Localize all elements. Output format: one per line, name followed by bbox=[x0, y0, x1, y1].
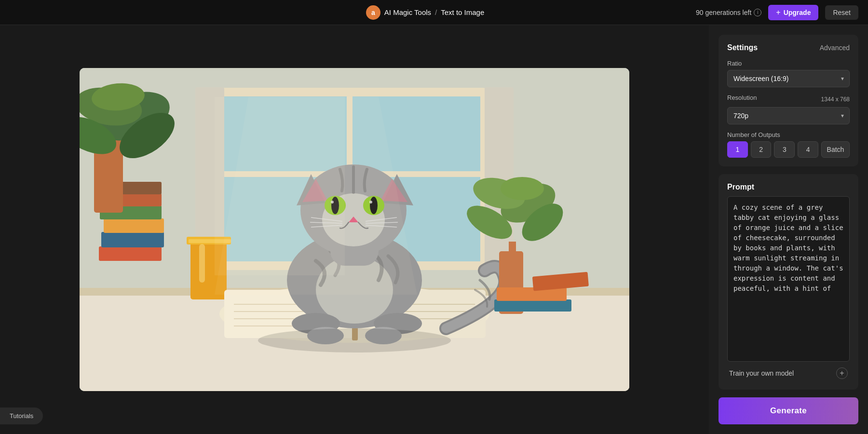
upgrade-plus-icon: + bbox=[776, 8, 780, 17]
resolution-label: Resolution bbox=[727, 94, 757, 101]
output-btn-2[interactable]: 2 bbox=[751, 141, 772, 158]
reset-label: Reset bbox=[833, 9, 851, 16]
resolution-group: Resolution 1344 x 768 720p 1080p 4K bbox=[727, 94, 850, 124]
ratio-select-wrapper: Widescreen (16:9) Square (1:1) Portrait … bbox=[727, 70, 850, 87]
info-icon[interactable]: i bbox=[754, 9, 761, 16]
resolution-text: 1344 x 768 bbox=[821, 96, 850, 103]
topnav-right: 90 generations left i + Upgrade Reset bbox=[696, 5, 858, 20]
main-content: Settings Advanced Ratio Widescreen (16:9… bbox=[0, 25, 868, 434]
svg-rect-10 bbox=[99, 246, 162, 261]
outputs-group: Number of Outputs 1 2 3 4 Batch bbox=[727, 131, 850, 158]
topnav-center: a AI Magic Tools / Text to Image bbox=[366, 5, 484, 20]
prompt-textarea[interactable]: A cozy scene of a grey tabby cat enjoyin… bbox=[727, 196, 850, 362]
topnav: a AI Magic Tools / Text to Image 90 gene… bbox=[0, 0, 868, 25]
cat-scene-svg bbox=[80, 68, 629, 391]
generate-label: Generate bbox=[770, 406, 807, 415]
tutorials-label: Tutorials bbox=[10, 412, 33, 420]
svg-rect-11 bbox=[101, 232, 164, 247]
generations-left-text: 90 generations left bbox=[696, 9, 751, 16]
settings-title: Settings bbox=[727, 43, 758, 52]
output-btn-3[interactable]: 3 bbox=[774, 141, 795, 158]
svg-point-70 bbox=[501, 177, 544, 200]
output-btn-1[interactable]: 1 bbox=[727, 141, 748, 158]
image-area bbox=[0, 25, 709, 434]
settings-panel: Settings Advanced Ratio Widescreen (16:9… bbox=[719, 35, 858, 166]
svg-rect-65 bbox=[509, 242, 516, 252]
image-container bbox=[80, 68, 629, 391]
generated-image bbox=[80, 68, 629, 391]
train-model-text: Train your own model bbox=[729, 369, 794, 377]
outputs-buttons: 1 2 3 4 Batch bbox=[727, 141, 850, 158]
resolution-label-row: Resolution 1344 x 768 bbox=[727, 94, 850, 104]
prompt-title: Prompt bbox=[727, 183, 850, 191]
ratio-select[interactable]: Widescreen (16:9) Square (1:1) Portrait … bbox=[727, 70, 850, 87]
resolution-select-wrapper: 720p 1080p 4K bbox=[727, 107, 850, 124]
breadcrumb-separator: / bbox=[435, 8, 437, 16]
train-model-plus-icon: + bbox=[836, 367, 848, 379]
settings-header: Settings Advanced bbox=[727, 43, 850, 52]
resolution-select[interactable]: 720p 1080p 4K bbox=[727, 107, 850, 124]
breadcrumb: AI Magic Tools / Text to Image bbox=[384, 8, 484, 16]
train-model-row[interactable]: Train your own model + bbox=[727, 362, 850, 381]
generate-button[interactable]: Generate bbox=[719, 397, 858, 424]
output-btn-4[interactable]: 4 bbox=[798, 141, 818, 158]
generations-left-container: 90 generations left i bbox=[696, 9, 761, 16]
upgrade-button[interactable]: + Upgrade bbox=[768, 5, 818, 20]
svg-rect-72 bbox=[497, 287, 567, 301]
ratio-label: Ratio bbox=[727, 60, 850, 67]
svg-rect-12 bbox=[104, 218, 164, 233]
ratio-group: Ratio Widescreen (16:9) Square (1:1) Por… bbox=[727, 60, 850, 87]
svg-point-76 bbox=[258, 328, 451, 353]
breadcrumb-tool: AI Magic Tools bbox=[384, 8, 431, 16]
reset-button[interactable]: Reset bbox=[825, 5, 858, 20]
tutorials-button[interactable]: Tutorials bbox=[0, 407, 43, 424]
advanced-link[interactable]: Advanced bbox=[820, 44, 850, 52]
breadcrumb-page: Text to Image bbox=[441, 8, 484, 16]
sidebar: Settings Advanced Ratio Widescreen (16:9… bbox=[709, 25, 868, 434]
outputs-label: Number of Outputs bbox=[727, 131, 850, 138]
avatar: a bbox=[366, 5, 380, 20]
output-btn-batch[interactable]: Batch bbox=[821, 141, 850, 158]
prompt-panel: Prompt A cozy scene of a grey tabby cat … bbox=[719, 174, 858, 390]
svg-rect-19 bbox=[199, 244, 205, 283]
upgrade-label: Upgrade bbox=[784, 9, 811, 16]
svg-rect-71 bbox=[494, 299, 571, 312]
